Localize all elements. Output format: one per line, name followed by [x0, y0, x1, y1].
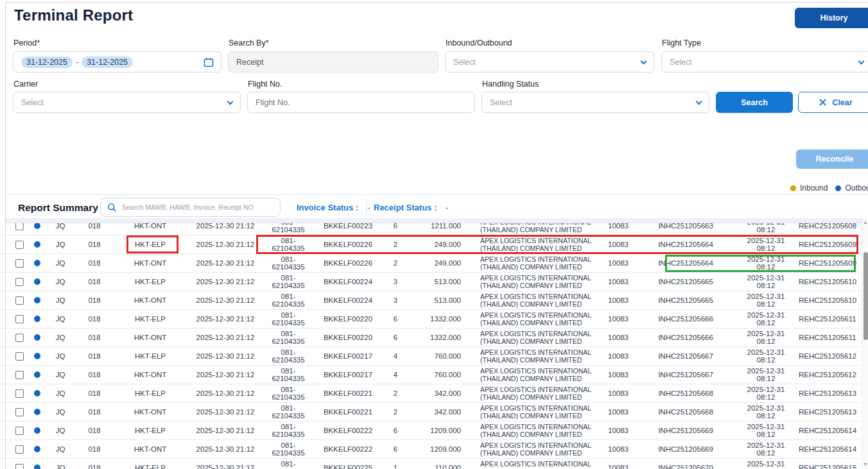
- cell-invoice: BKKELF00223: [312, 223, 384, 235]
- row-checkbox[interactable]: [15, 464, 24, 469]
- search-button[interactable]: Search: [716, 92, 793, 113]
- scrollbar-thumb[interactable]: [864, 252, 868, 340]
- cell-checkbox: [0, 310, 28, 328]
- row-checkbox[interactable]: [15, 371, 24, 379]
- cell-mawb: 081-62104335: [265, 223, 312, 235]
- cell-checkbox: [0, 459, 28, 469]
- cell-mawb: 081-62104335: [265, 422, 312, 439]
- cell-mawb: 081-62104335: [265, 328, 312, 346]
- flight-no-field[interactable]: [247, 92, 475, 113]
- cell-company: APEX LOGISTICS INTERNATIONAL(THAILAND) C…: [461, 328, 602, 346]
- cell-inbound_no: INHC251205669: [634, 440, 737, 458]
- cell-company: APEX LOGISTICS INTERNATIONAL(THAILAND) C…: [461, 422, 602, 439]
- scroll-down-icon[interactable]: ▼: [863, 462, 868, 467]
- cell-datetime: 2025-12-30 21:12: [186, 440, 265, 458]
- cell-pcs: 6: [384, 440, 407, 458]
- outbound-dot-icon: [34, 297, 40, 303]
- report-summary-title: Report Summary: [18, 202, 98, 214]
- table-row: JQ018HKT-ELP2025-12-30 21:12081-62104335…: [0, 273, 860, 291]
- cell-route: HKT-ELP: [114, 459, 186, 469]
- cell-datetime: 2025-12-30 21:12: [186, 347, 265, 365]
- cell-invoice: BKKELF00224: [312, 273, 384, 291]
- flight-no-input[interactable]: [248, 92, 474, 112]
- cell-direction-dot: [28, 310, 46, 328]
- row-checkbox[interactable]: [15, 389, 24, 398]
- cell-route: HKT-ONT: [114, 254, 186, 272]
- cell-receipt_no: REHC251205613: [795, 384, 860, 402]
- cell-carrier: JQ: [46, 347, 74, 365]
- cell-carrier: JQ: [46, 422, 74, 439]
- cell-flight: 018: [74, 310, 114, 328]
- row-checkbox[interactable]: [15, 241, 24, 249]
- cell-invoice: BKKELF00226: [312, 235, 384, 253]
- reconcile-button[interactable]: Reconcile: [796, 149, 868, 169]
- period-to-chip[interactable]: 31-12-2025: [82, 56, 133, 68]
- cell-datetime: 2025-12-30 21:12: [186, 310, 265, 328]
- cell-mawb: 081-62104335: [265, 403, 312, 421]
- cell-route: HKT-ELP: [114, 273, 186, 291]
- company-name: APEX LOGISTICS INTERNATIONAL(THAILAND) C…: [480, 293, 591, 308]
- table-row: JQ018HKT-ELP2025-12-30 21:12081-62104335…: [0, 310, 860, 328]
- cell-inbound_no: INHC251205665: [634, 291, 737, 309]
- cell-company: APEX LOGISTICS INTERNATIONAL(THAILAND) C…: [461, 273, 602, 291]
- history-button[interactable]: History: [795, 8, 868, 28]
- cell-invoice: BKKELF00217: [312, 366, 384, 384]
- flight-type-select[interactable]: Select: [661, 51, 868, 72]
- handling-status-select[interactable]: Select: [482, 92, 709, 113]
- cell-pcs: 1: [384, 459, 407, 469]
- cell-datetime: 2025-12-30 21:12: [186, 254, 265, 272]
- summary-search-box[interactable]: [100, 198, 281, 217]
- cell-datetime: 2025-12-30 21:12: [186, 291, 265, 309]
- scroll-up-icon[interactable]: ▲: [863, 220, 868, 225]
- row-checkbox[interactable]: [15, 223, 24, 230]
- cell-pcs: 6: [384, 223, 407, 235]
- period-from-chip[interactable]: 31-12-2025: [21, 56, 73, 68]
- carrier-select[interactable]: Select: [13, 92, 241, 113]
- row-checkbox[interactable]: [15, 278, 24, 286]
- cell-direction-dot: [28, 440, 46, 458]
- cell-mawb: 081-62104335: [265, 440, 312, 458]
- summary-search-input[interactable]: [122, 203, 273, 211]
- cell-code: 10083: [602, 254, 634, 272]
- cell-inbound_no: INHC251205667: [634, 347, 737, 365]
- clear-button[interactable]: Clear: [798, 92, 868, 113]
- cell-checkbox: [0, 403, 28, 421]
- cell-pcs: 6: [384, 422, 407, 439]
- cell-receipt_time: 2025-12-31 08:12: [737, 403, 795, 421]
- company-name: APEX LOGISTICS INTERNATIONAL(THAILAND) C…: [480, 423, 591, 438]
- period-field[interactable]: 31-12-2025 - 31-12-2025: [13, 51, 221, 72]
- row-checkbox[interactable]: [15, 427, 24, 435]
- outbound-dot-icon: [835, 185, 841, 191]
- row-checkbox[interactable]: [15, 352, 24, 361]
- cell-receipt_time: 2025-12-31 08:12: [737, 223, 795, 235]
- handling-status-value: Select: [490, 98, 512, 107]
- cell-datetime: 2025-12-30 21:12: [186, 366, 265, 384]
- row-checkbox[interactable]: [15, 334, 24, 342]
- cell-invoice: BKKELF00221: [312, 403, 384, 421]
- cell-code: 10083: [602, 366, 634, 384]
- cell-invoice: BKKELF00221: [312, 384, 384, 402]
- cell-invoice: BKKELF00226: [312, 254, 384, 272]
- cell-amount: 513.000: [407, 291, 461, 309]
- inbound-outbound-select[interactable]: Select: [445, 51, 654, 72]
- search-by-label: Search By*: [229, 38, 269, 47]
- status-divider: [366, 198, 367, 216]
- cell-carrier: JQ: [46, 310, 74, 328]
- cell-direction-dot: [28, 291, 46, 309]
- row-checkbox[interactable]: [15, 296, 24, 305]
- row-checkbox[interactable]: [15, 315, 24, 323]
- cell-receipt_time: 2025-12-31 08:12: [737, 254, 795, 272]
- row-checkbox[interactable]: [15, 445, 24, 454]
- cell-checkbox: [0, 347, 28, 365]
- outbound-dot-icon: [34, 278, 40, 285]
- cell-pcs: 4: [384, 366, 407, 384]
- table-vertical-scrollbar[interactable]: ▲ ▼: [862, 218, 868, 469]
- row-checkbox[interactable]: [15, 408, 24, 416]
- table-row: JQ018HKT-ELP2025-12-30 21:12081-62104335…: [0, 235, 860, 254]
- outbound-dot-icon: [34, 465, 40, 469]
- row-checkbox[interactable]: [15, 259, 24, 268]
- calendar-icon[interactable]: [204, 57, 214, 67]
- cell-code: 10083: [602, 440, 634, 458]
- outbound-dot-icon: [34, 260, 40, 266]
- table-row: JQ018HKT-ONT2025-12-30 21:12081-62104335…: [0, 403, 860, 422]
